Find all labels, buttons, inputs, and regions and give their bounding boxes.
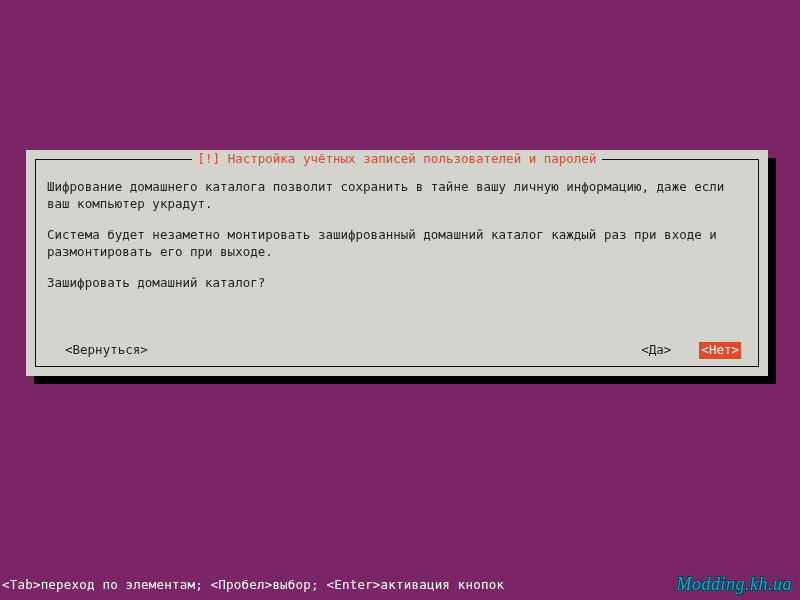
installer-screen: [!] Настройка учётных записей пользовате… xyxy=(0,0,800,600)
dialog-paragraph-1: Шифрование домашнего каталога позволит с… xyxy=(47,179,747,213)
footer-help-text: <Tab>переход по элементам; <Пробел>выбор… xyxy=(2,577,504,594)
yes-button[interactable]: <Да> xyxy=(641,342,671,359)
back-button[interactable]: <Вернуться> xyxy=(65,342,148,359)
dialog-title-wrap: [!] Настройка учётных записей пользовате… xyxy=(36,151,758,168)
dialog-title: [!] Настройка учётных записей пользовате… xyxy=(192,151,603,166)
no-button[interactable]: <Нет> xyxy=(699,342,741,359)
dialog-paragraph-2: Система будет незаметно монтировать заши… xyxy=(47,227,747,261)
dialog-body: Шифрование домашнего каталога позволит с… xyxy=(47,179,747,355)
watermark-text: Modding.kh.ua xyxy=(677,572,792,596)
dialog-buttons: <Вернуться> <Да> <Нет> xyxy=(47,342,747,359)
dialog-question: Зашифровать домашний каталог? xyxy=(47,275,747,292)
encrypt-home-dialog: [!] Настройка учётных записей пользовате… xyxy=(26,150,768,376)
